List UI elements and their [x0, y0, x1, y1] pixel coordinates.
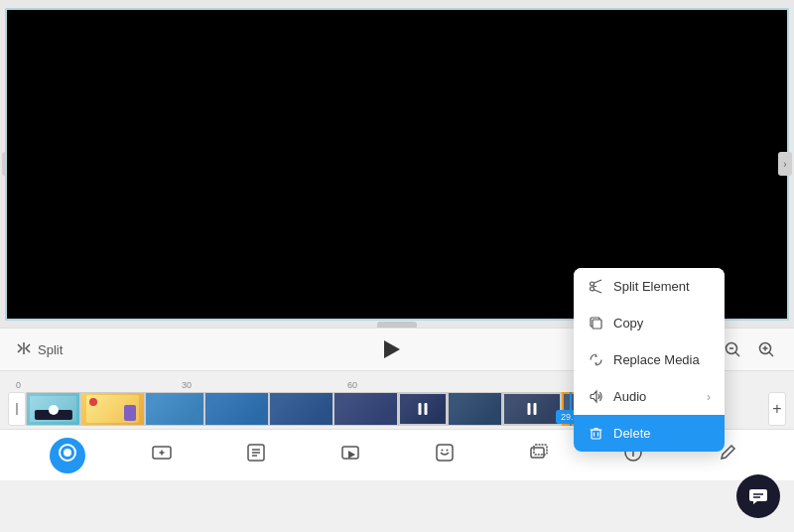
svg-rect-23 [531, 448, 544, 458]
audio-icon [588, 389, 603, 404]
svg-rect-34 [592, 430, 600, 439]
clip-3[interactable] [145, 392, 204, 426]
bottom-btn-home[interactable] [50, 438, 85, 473]
context-menu-replace[interactable]: Replace Media [574, 341, 725, 378]
svg-line-30 [594, 280, 601, 283]
clip-5[interactable] [269, 392, 333, 426]
replace-icon [588, 352, 603, 367]
home-icon [58, 443, 77, 467]
context-copy-label: Copy [613, 316, 643, 331]
svg-rect-20 [437, 445, 453, 461]
svg-marker-19 [348, 451, 355, 459]
split-icon [16, 340, 32, 359]
overlay-icon [529, 443, 549, 467]
copy-icon [588, 316, 603, 331]
svg-rect-24 [534, 445, 547, 455]
clip-6[interactable] [333, 392, 398, 426]
context-menu-delete[interactable]: Delete [574, 415, 725, 452]
context-split-label: Split Element [613, 279, 690, 294]
svg-line-7 [769, 352, 773, 356]
play-icon [384, 340, 400, 358]
timeline-scrubber[interactable]: 29.8 [570, 392, 572, 426]
svg-line-31 [594, 290, 601, 293]
context-delete-label: Delete [613, 426, 651, 441]
clip-9[interactable] [502, 392, 562, 426]
split-tool[interactable]: Split [16, 340, 63, 359]
bottom-btn-sticker[interactable] [427, 438, 463, 473]
clip-pause-indicator [419, 403, 428, 415]
context-replace-label: Replace Media [613, 352, 700, 367]
bottom-btn-add[interactable] [144, 438, 180, 473]
clip-7[interactable] [398, 392, 448, 426]
clip-pause-indicator-2 [528, 403, 537, 415]
bottom-btn-text[interactable] [238, 438, 274, 473]
chat-button[interactable] [736, 474, 780, 518]
zoom-in-button[interactable] [754, 337, 778, 361]
sticker-icon [435, 443, 455, 467]
clip-2[interactable] [80, 392, 145, 426]
clip-8[interactable] [448, 392, 502, 426]
bottom-btn-overlay[interactable] [521, 438, 557, 473]
clip-4[interactable] [204, 392, 269, 426]
svg-rect-33 [593, 320, 601, 329]
media-icon [340, 443, 360, 467]
context-audio-label: Audio [613, 389, 646, 404]
text-icon [246, 443, 266, 467]
svg-point-28 [590, 282, 594, 286]
context-menu: Split Element Copy Replace Media [574, 268, 725, 452]
svg-point-21 [441, 450, 443, 452]
play-button[interactable] [378, 335, 406, 363]
svg-point-10 [64, 449, 71, 457]
video-bottom-bar [377, 322, 417, 328]
add-right-button[interactable]: + [768, 392, 786, 426]
svg-point-22 [446, 450, 448, 452]
add-icon [152, 443, 172, 467]
context-menu-split[interactable]: Split Element [574, 268, 725, 305]
svg-point-29 [590, 287, 594, 291]
trash-icon [588, 426, 603, 441]
svg-line-3 [735, 352, 739, 356]
bottom-btn-media[interactable] [332, 438, 368, 473]
context-menu-audio[interactable]: Audio › [574, 378, 725, 415]
add-left-button[interactable] [8, 392, 26, 426]
context-menu-copy[interactable]: Copy [574, 305, 725, 341]
clip-1[interactable] [26, 392, 80, 426]
toolbar-center [378, 335, 406, 363]
split-label: Split [38, 342, 63, 357]
scissors-icon [588, 279, 603, 294]
toolbar-right [721, 337, 778, 361]
audio-arrow-icon: › [707, 390, 711, 404]
video-nav-right[interactable]: › [778, 152, 792, 176]
